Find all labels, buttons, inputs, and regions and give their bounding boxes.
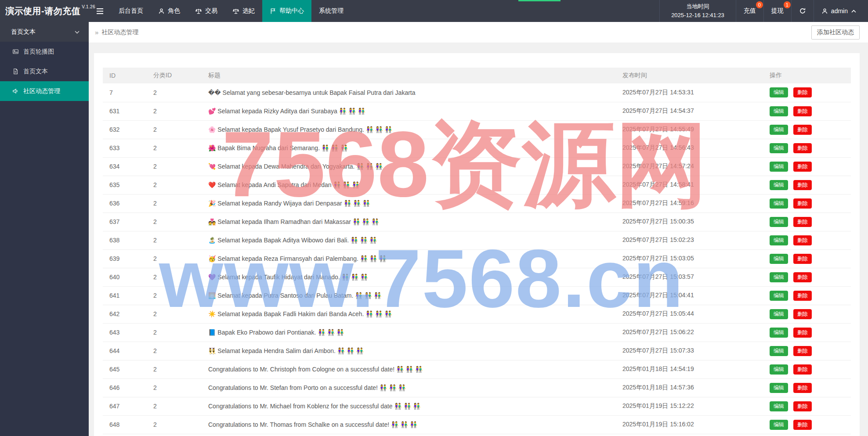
edit-button[interactable]: 编辑: [770, 383, 788, 393]
cell-id: 642: [103, 305, 147, 323]
refresh-button[interactable]: [792, 0, 814, 22]
delete-button[interactable]: 删除: [793, 235, 812, 245]
edit-button[interactable]: 编辑: [770, 162, 788, 172]
edit-button[interactable]: 编辑: [770, 309, 788, 319]
edit-button[interactable]: 编辑: [770, 364, 788, 375]
sidebar-group-home-text[interactable]: 首页文本: [0, 22, 89, 42]
table-row: 636 2 🎉 Selamat kepada Randy Wijaya dari…: [103, 194, 851, 213]
delete-button[interactable]: 删除: [793, 162, 812, 172]
delete-button[interactable]: 删除: [793, 106, 812, 116]
nav-item-help-center[interactable]: 帮助中心: [262, 0, 311, 22]
delete-button[interactable]: 删除: [793, 87, 812, 97]
cell-category-id: 2: [147, 378, 202, 397]
edit-button[interactable]: 编辑: [770, 180, 788, 190]
table-row: 633 2 🌺 Bapak Bima Nugraha dari Semarang…: [103, 139, 851, 157]
cell-actions: 编辑 删除: [763, 268, 851, 286]
edit-button[interactable]: 编辑: [770, 106, 788, 116]
table-row: 631 2 💕 Selamat kepada Rizky Aditya dari…: [103, 102, 851, 120]
sidebar-item-community-feed[interactable]: 社区动态管理: [0, 81, 89, 101]
edit-button[interactable]: 编辑: [770, 125, 788, 135]
file-icon: [12, 68, 19, 75]
delete-button[interactable]: 删除: [793, 328, 812, 338]
delete-button[interactable]: 删除: [793, 143, 812, 153]
cell-actions: 编辑 删除: [763, 83, 851, 102]
nav-item-roles[interactable]: 角色: [151, 0, 188, 22]
cell-id: 641: [103, 286, 147, 305]
delete-button[interactable]: 删除: [793, 217, 812, 227]
cell-publish-time: 2025年01月19日 15:16:02: [616, 415, 763, 434]
cell-category-id: 2: [147, 102, 202, 120]
sidebar-item-home-carousel[interactable]: 首页轮播图: [0, 42, 89, 61]
local-time-label: 当地时间: [671, 2, 724, 11]
cell-category-id: 2: [147, 231, 202, 249]
delete-button[interactable]: 删除: [793, 291, 812, 301]
cell-id: 637: [103, 213, 147, 231]
edit-button[interactable]: 编辑: [770, 401, 788, 411]
edit-button[interactable]: 编辑: [770, 346, 788, 356]
edit-button[interactable]: 编辑: [770, 272, 788, 282]
edit-button[interactable]: 编辑: [770, 420, 788, 430]
edit-button[interactable]: 编辑: [770, 143, 788, 153]
cell-actions: 编辑 删除: [763, 213, 851, 231]
delete-button[interactable]: 删除: [793, 401, 812, 411]
delete-button[interactable]: 删除: [793, 180, 812, 190]
cell-publish-time: 2025年07月27日 15:04:41: [616, 286, 763, 305]
nav-item-select[interactable]: 选妃: [225, 0, 262, 22]
add-community-feed-button[interactable]: 添加社区动态: [811, 25, 860, 40]
cell-id: 647: [103, 397, 147, 415]
table-row: 637 2 💑 Selamat kepada Ilham Ramadhan da…: [103, 213, 851, 231]
cell-publish-time: 2025年07月27日 14:55:49: [616, 120, 763, 139]
withdraw-button[interactable]: 提现 1: [764, 0, 792, 22]
cell-id: 643: [103, 323, 147, 342]
flag-icon: [270, 8, 276, 14]
app-root: 演示使用-请勿充值 V.1.26 后台首页 角色: [0, 0, 868, 436]
cell-actions: 编辑 删除: [763, 378, 851, 397]
delete-button[interactable]: 删除: [793, 125, 812, 135]
cell-actions: 编辑 删除: [763, 102, 851, 120]
table-row: 646 2 Congratulations to Mr. Stefan from…: [103, 378, 851, 397]
cell-title: Congratulations to Mr. Christoph from Co…: [202, 360, 616, 378]
sidebar-item-home-text[interactable]: 首页文本: [0, 61, 89, 81]
edit-button[interactable]: 编辑: [770, 217, 788, 227]
edit-button[interactable]: 编辑: [770, 198, 788, 209]
delete-button[interactable]: 删除: [793, 364, 812, 375]
edit-button[interactable]: 编辑: [770, 254, 788, 264]
delete-button[interactable]: 删除: [793, 420, 812, 430]
recharge-button[interactable]: 充值 0: [736, 0, 764, 22]
top-navbar: 演示使用-请勿充值 V.1.26 后台首页 角色: [0, 0, 868, 22]
cell-category-id: 2: [147, 176, 202, 194]
delete-button[interactable]: 删除: [793, 383, 812, 393]
nav-item-dashboard[interactable]: 后台首页: [111, 0, 151, 22]
edit-button[interactable]: 编辑: [770, 235, 788, 245]
cell-publish-time: 2025年07月27日 14:54:37: [616, 102, 763, 120]
column-title: 标题: [202, 68, 616, 83]
delete-button[interactable]: 删除: [793, 272, 812, 282]
nav-item-system[interactable]: 系统管理: [311, 0, 351, 22]
cell-publish-time: 2025年01月18日 14:57:36: [616, 378, 763, 397]
cell-title: 📘 Bapak Eko Prabowo dari Pontianak. 👫 👫 …: [202, 323, 616, 342]
cell-publish-time: 2025年07月27日 15:07:33: [616, 342, 763, 360]
sidebar-toggle-button[interactable]: [89, 0, 111, 22]
table-card: ID 分类ID 标题 发布时间 操作 7 2 �� Selamat yang s…: [94, 53, 860, 436]
edit-button[interactable]: 编辑: [770, 291, 788, 301]
cell-publish-time: 2025年07月27日 15:00:35: [616, 213, 763, 231]
edit-button[interactable]: 编辑: [770, 328, 788, 338]
cell-category-id: 2: [147, 305, 202, 323]
nav-item-trade[interactable]: 交易: [188, 0, 225, 22]
user-menu[interactable]: admin: [814, 0, 868, 22]
delete-button[interactable]: 删除: [793, 346, 812, 356]
table-header-row: ID 分类ID 标题 发布时间 操作: [103, 68, 851, 83]
cell-publish-time: 2025年07月27日 15:06:22: [616, 323, 763, 342]
withdraw-badge: 1: [784, 1, 791, 8]
edit-button[interactable]: 编辑: [770, 87, 788, 97]
table-row: 645 2 Congratulations to Mr. Christoph f…: [103, 360, 851, 378]
sidebar: 首页文本 首页轮播图 首页文本 社区动态管: [0, 22, 89, 436]
delete-button[interactable]: 删除: [793, 309, 812, 319]
brand-title: 演示使用-请勿充值: [5, 5, 80, 17]
delete-button[interactable]: 删除: [793, 198, 812, 209]
breadcrumb: » 社区动态管理: [95, 29, 138, 36]
cell-title: 👯 Selamat kepada Hendra Salim dari Ambon…: [202, 342, 616, 360]
cell-actions: 编辑 删除: [763, 157, 851, 176]
delete-button[interactable]: 删除: [793, 254, 812, 264]
local-time: 当地时间 2025-12-16 12:41:23: [659, 0, 736, 22]
